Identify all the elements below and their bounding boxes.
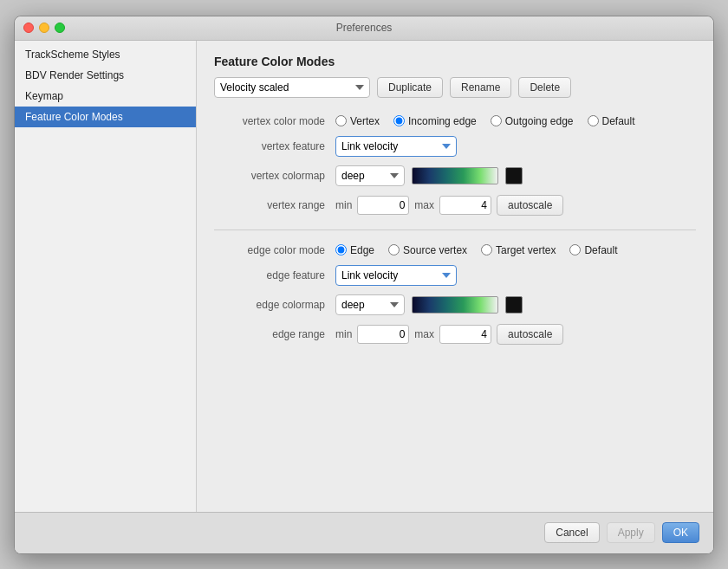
vertex-range-label: vertex range xyxy=(214,199,335,211)
edge-range-max-input[interactable] xyxy=(439,325,491,344)
sidebar-item-bdv-render-settings[interactable]: BDV Render Settings xyxy=(15,65,196,86)
sidebar-item-keymap[interactable]: Keymap xyxy=(15,86,196,107)
vertex-range-row: vertex range min max autoscale xyxy=(214,195,696,216)
edge-feature-row: edge feature Link velocity xyxy=(214,265,696,286)
sidebar-item-feature-color-modes[interactable]: Feature Color Modes xyxy=(15,107,196,127)
vertex-radio-incoming-edge[interactable] xyxy=(393,115,405,126)
edge-feature-label: edge feature xyxy=(214,269,335,281)
edge-range-min-label: min xyxy=(335,328,352,340)
window-controls xyxy=(23,23,65,33)
vertex-color-mode-row: vertex color mode Vertex Incoming edge xyxy=(214,115,696,127)
main-content: Feature Color Modes Velocity scaled Dupl… xyxy=(197,41,713,512)
vertex-colormap-controls: deep xyxy=(335,165,523,186)
vertex-mode-outgoing-edge[interactable]: Outgoing edge xyxy=(491,115,574,127)
vertex-range-min-input[interactable] xyxy=(357,196,409,215)
vertex-mode-vertex[interactable]: Vertex xyxy=(335,115,380,127)
window-title: Preferences xyxy=(336,22,393,34)
vertex-range-controls: min max autoscale xyxy=(335,195,563,216)
vertex-radio-group: Vertex Incoming edge Outgoing edge xyxy=(335,115,635,127)
vertex-color-mode-label: vertex color mode xyxy=(214,115,335,127)
edge-section: edge color mode Edge Source vertex Ta xyxy=(214,244,696,345)
edge-mode-source-vertex[interactable]: Source vertex xyxy=(388,244,467,256)
mode-dropdown[interactable]: Velocity scaled xyxy=(214,77,370,98)
edge-radio-edge[interactable] xyxy=(335,244,347,255)
vertex-colormap-dropdown[interactable]: deep xyxy=(335,165,405,186)
sidebar: TrackScheme Styles BDV Render Settings K… xyxy=(15,41,197,512)
section-title: Feature Color Modes xyxy=(214,55,696,68)
footer: Cancel Apply OK xyxy=(15,512,713,553)
edge-range-min-input[interactable] xyxy=(357,325,409,344)
vertex-range-max-input[interactable] xyxy=(439,196,491,215)
edge-color-mode-label: edge color mode xyxy=(214,244,335,256)
vertex-radio-default[interactable] xyxy=(588,115,599,126)
edge-colormap-controls: deep xyxy=(335,294,523,315)
ok-button[interactable]: OK xyxy=(662,522,699,543)
vertex-radio-vertex[interactable] xyxy=(335,115,347,126)
cancel-button[interactable]: Cancel xyxy=(544,522,599,543)
edge-mode-default[interactable]: Default xyxy=(569,244,617,256)
edge-autoscale-button[interactable]: autoscale xyxy=(497,324,563,345)
vertex-autoscale-button[interactable]: autoscale xyxy=(497,195,563,216)
edge-feature-dropdown[interactable]: Link velocity xyxy=(335,265,457,286)
rename-button[interactable]: Rename xyxy=(450,77,511,98)
top-controls: Velocity scaled Duplicate Rename Delete xyxy=(214,77,696,98)
close-button[interactable] xyxy=(23,23,34,33)
edge-colormap-swatch[interactable] xyxy=(505,296,523,314)
vertex-range-max-label: max xyxy=(414,199,434,211)
title-bar: Preferences xyxy=(15,16,713,41)
edge-colormap-preview[interactable] xyxy=(412,296,498,314)
window-body: TrackScheme Styles BDV Render Settings K… xyxy=(15,41,713,512)
maximize-button[interactable] xyxy=(55,23,65,33)
edge-colormap-row: edge colormap deep xyxy=(214,294,696,315)
vertex-feature-row: vertex feature Link velocity xyxy=(214,136,696,157)
vertex-mode-incoming-edge-label: Incoming edge xyxy=(408,115,477,127)
vertex-feature-dropdown[interactable]: Link velocity xyxy=(335,136,457,157)
edge-colormap-label: edge colormap xyxy=(214,299,335,311)
vertex-feature-label: vertex feature xyxy=(214,140,335,152)
edge-mode-edge[interactable]: Edge xyxy=(335,244,374,256)
vertex-mode-default-label: Default xyxy=(602,115,635,127)
vertex-colormap-swatch[interactable] xyxy=(505,167,523,184)
vertex-radio-outgoing-edge[interactable] xyxy=(491,115,502,126)
edge-radio-source-vertex[interactable] xyxy=(388,244,400,255)
vertex-section: vertex color mode Vertex Incoming edge xyxy=(214,115,696,216)
vertex-colormap-preview[interactable] xyxy=(412,167,498,184)
edge-range-controls: min max autoscale xyxy=(335,324,563,345)
minimize-button[interactable] xyxy=(39,23,49,33)
edge-range-max-label: max xyxy=(414,328,434,340)
edge-range-label: edge range xyxy=(214,328,335,340)
edge-mode-target-vertex-label: Target vertex xyxy=(496,244,556,256)
edge-mode-edge-label: Edge xyxy=(350,244,374,256)
vertex-mode-vertex-label: Vertex xyxy=(350,115,380,127)
edge-mode-source-vertex-label: Source vertex xyxy=(403,244,467,256)
vertex-range-min-label: min xyxy=(335,199,352,211)
vertex-mode-outgoing-edge-label: Outgoing edge xyxy=(505,115,574,127)
edge-colormap-dropdown[interactable]: deep xyxy=(335,294,405,315)
preferences-window: Preferences TrackScheme Styles BDV Rende… xyxy=(14,16,714,554)
vertex-colormap-row: vertex colormap deep xyxy=(214,165,696,186)
section-divider xyxy=(214,230,696,230)
delete-button[interactable]: Delete xyxy=(518,77,571,98)
edge-range-row: edge range min max autoscale xyxy=(214,324,696,345)
edge-color-mode-row: edge color mode Edge Source vertex Ta xyxy=(214,244,696,256)
edge-radio-group: Edge Source vertex Target vertex De xyxy=(335,244,617,256)
vertex-mode-incoming-edge[interactable]: Incoming edge xyxy=(393,115,477,127)
edge-radio-target-vertex[interactable] xyxy=(481,244,492,255)
vertex-colormap-label: vertex colormap xyxy=(214,170,335,182)
vertex-mode-default[interactable]: Default xyxy=(588,115,635,127)
sidebar-item-trackscheme-styles[interactable]: TrackScheme Styles xyxy=(15,44,196,65)
duplicate-button[interactable]: Duplicate xyxy=(377,77,443,98)
edge-mode-default-label: Default xyxy=(584,244,617,256)
edge-radio-default[interactable] xyxy=(569,244,581,255)
apply-button[interactable]: Apply xyxy=(607,522,655,543)
edge-mode-target-vertex[interactable]: Target vertex xyxy=(481,244,556,256)
